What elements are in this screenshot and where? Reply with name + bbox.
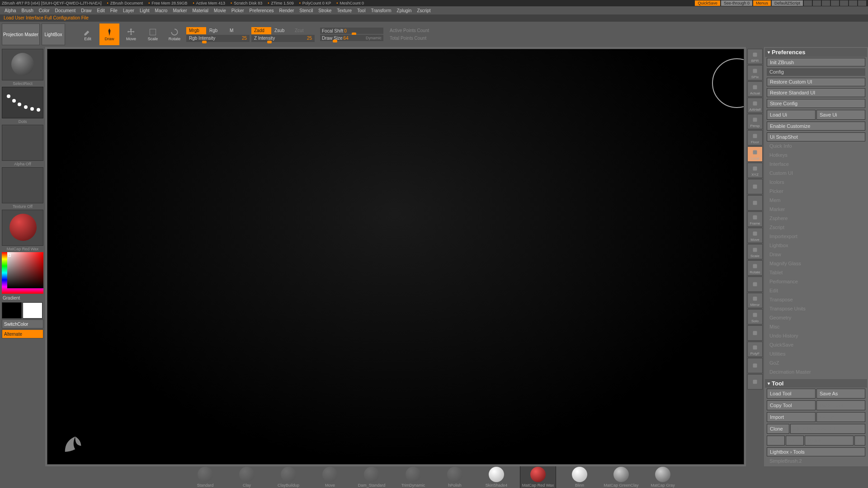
menu-zplugin[interactable]: Zplugin [394,7,415,14]
pref-goz[interactable]: GoZ [765,359,867,368]
zcut-button[interactable]: Zcut [292,27,312,34]
pref-magnify-glass[interactable]: Magnify Glass [765,260,867,269]
nav-blank-20[interactable] [747,374,763,389]
pref-tablet[interactable]: Tablet [765,269,867,278]
window-minimize[interactable] [840,0,848,6]
material-matcap-greenclay[interactable]: MatCap GreenClay [603,467,639,488]
menu-alpha[interactable]: Alpha [2,7,19,14]
menus-toggle[interactable]: Menus [753,0,771,6]
pref-marker[interactable]: Marker [765,206,867,215]
store-config-button[interactable]: Store Config [767,99,865,108]
pref-mem[interactable]: Mem [765,197,867,206]
stroke-preview[interactable] [2,87,43,118]
nav-spix[interactable]: SPix [747,65,763,80]
pref-custom-ui[interactable]: Custom UI [765,169,867,178]
menu-color[interactable]: Color [36,7,52,14]
menu-transform[interactable]: Transform [368,7,394,14]
alpha-preview[interactable] [2,125,43,161]
pref-zscript[interactable]: Zscript [765,224,867,233]
menu-draw[interactable]: Draw [78,7,94,14]
material-matcap-gray[interactable]: MatCap Gray [645,467,681,488]
nav-blank-17[interactable] [747,325,763,341]
pref-decimation-master[interactable]: Decimation Master [765,368,867,377]
pref-geometry[interactable]: Geometry [765,314,867,323]
pref-zsphere[interactable]: Zsphere [765,215,867,224]
z-intensity-slider[interactable]: Z Intensity 25 [251,35,315,42]
ui-snapshot-button[interactable]: Ui SnapShot [767,132,865,141]
pref-icolors[interactable]: Icolors [765,178,867,188]
pref-quick-info[interactable]: Quick Info [765,142,867,151]
import-button[interactable]: Import [767,412,816,422]
config-header[interactable]: Config [767,68,865,75]
menu-stroke[interactable]: Stroke [316,7,334,14]
pref-importexport[interactable]: Importexport [765,233,867,242]
save-as-button[interactable]: Save As [816,389,865,399]
material-preview[interactable] [2,210,43,246]
material-matcap-red-wax[interactable]: MatCap Red Wax [520,465,556,488]
pref-undo-history[interactable]: Undo History [765,332,867,341]
material-trimdynamic[interactable]: TrimDynamic [395,467,431,488]
nav-blank-19[interactable] [747,358,763,373]
secondary-color-swatch[interactable] [2,302,22,319]
menu-light[interactable]: Light [137,7,152,14]
pref-picker[interactable]: Picker [765,188,867,197]
preferences-header[interactable]: ▾ Preferences [765,48,867,57]
material-clay[interactable]: Clay [229,467,265,488]
gradient-label[interactable]: Gradient [2,295,43,301]
menu-macro[interactable]: Macro [152,7,170,14]
menu-movie[interactable]: Movie [211,7,229,14]
lightbox-tools-button[interactable]: Lightbox › Tools [767,447,865,456]
window-button-2[interactable] [813,0,821,6]
seethrough-slider[interactable]: See-through 0 [721,0,752,6]
zsub-button[interactable]: Zsub [272,27,292,34]
pref-interface[interactable]: Interface [765,160,867,169]
focal-shift-slider[interactable]: Focal Shift 0 [320,28,383,34]
pref-edit[interactable]: Edit [765,287,867,296]
menu-material[interactable]: Material [190,7,212,14]
nav-blank-14[interactable] [747,277,763,292]
primary-color-swatch[interactable] [23,302,42,319]
color-picker[interactable] [2,252,43,294]
window-button-3[interactable] [822,0,830,6]
rgb-button[interactable]: Rgb [207,27,226,34]
material-blinn[interactable]: Blinn [561,467,598,488]
menu-texture[interactable]: Texture [334,7,354,14]
material-dam_standard[interactable]: Dam_Standard [354,467,390,488]
lightbox-button[interactable]: LightBox [42,23,65,45]
pref-draw[interactable]: Draw [765,251,867,260]
pref-transpose-units[interactable]: Transpose Units [765,305,867,314]
draw-size-slider[interactable]: Draw Size 64 Dynamic [320,35,383,41]
material-hpolish[interactable]: hPolish [437,467,473,488]
restore-standard-ui-button[interactable]: Restore Standard UI [767,88,865,97]
pref-transpose[interactable]: Transpose [765,296,867,305]
nav-xyz[interactable]: XYZ [747,163,763,178]
pref-lightbox[interactable]: Lightbox [765,242,867,251]
menu-edit[interactable]: Edit [94,7,108,14]
default-zscript-button[interactable]: DefaultZScript [772,0,803,6]
menu-preferences[interactable]: Preferences [247,7,277,14]
menu-stencil[interactable]: Stencil [297,7,316,14]
menu-marker[interactable]: Marker [170,7,189,14]
menu-tool[interactable]: Tool [354,7,368,14]
pref-utilities[interactable]: Utilities [765,350,867,359]
load-ui-button[interactable]: Load Ui [767,110,816,120]
nav-bpr[interactable]: BPR [747,49,763,64]
nav-scale[interactable]: Scale [747,244,763,259]
zadd-button[interactable]: Zadd [251,27,271,34]
nav-floor[interactable]: Floor [747,130,763,145]
canvas[interactable] [47,49,744,465]
rgb-intensity-slider[interactable]: Rgb Intensity 25 [186,35,250,42]
nav-blank-9[interactable] [747,195,763,211]
window-button-1[interactable] [804,0,812,6]
pref-misc[interactable]: Misc [765,323,867,332]
nav-blank-8[interactable] [747,179,763,194]
edit-mode-button[interactable]: Edit [78,23,98,45]
nav-solo[interactable]: Solo [747,309,763,324]
menu-document[interactable]: Document [52,7,79,14]
copy-tool-button[interactable]: Copy Tool [767,400,816,410]
restore-custom-ui-button[interactable]: Restore Custom UI [767,78,865,87]
projection-master-button[interactable]: Projection Master [2,23,40,45]
material-move[interactable]: Move [312,467,348,488]
m-button[interactable]: M [227,27,247,34]
enable-customize-button[interactable]: Enable Customize [767,122,865,131]
